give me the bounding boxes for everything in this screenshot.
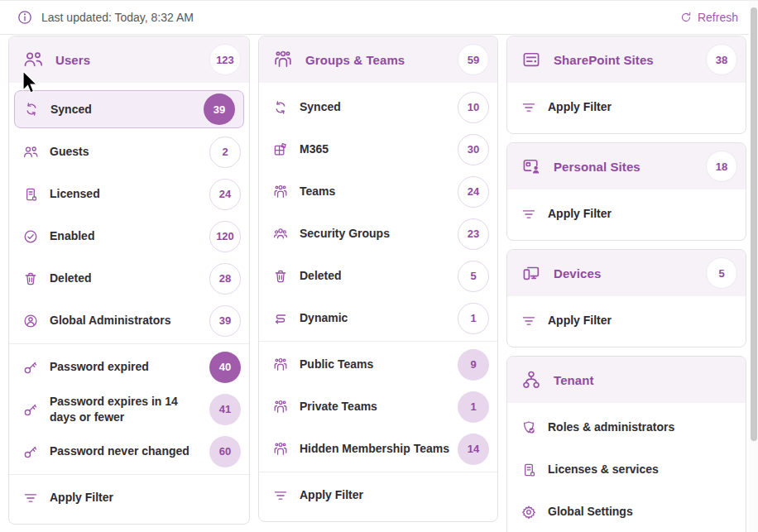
item-label: Licensed	[50, 186, 209, 201]
apply-filter-button[interactable]: Apply Filter	[507, 300, 746, 342]
license-icon	[521, 462, 537, 478]
count-badge: 24	[209, 179, 241, 210]
count-badge: 5	[458, 261, 489, 292]
filter-icon	[272, 487, 289, 504]
teams-icon	[272, 441, 289, 458]
item-deleted[interactable]: Deleted28	[9, 257, 249, 300]
item-enabled[interactable]: Enabled120	[9, 215, 249, 257]
item-global-administrators[interactable]: Global Administrators39	[9, 300, 249, 342]
item-guests[interactable]: Guests2	[9, 131, 249, 173]
key-icon	[22, 401, 39, 418]
sites-column: SharePoint Sites38Apply Filter Personal …	[506, 36, 746, 532]
divider	[259, 472, 497, 472]
filter-icon	[521, 313, 537, 329]
item-label: Roles & administrators	[548, 419, 737, 434]
count-badge: 18	[706, 151, 737, 182]
card-title: Personal Sites	[554, 160, 706, 174]
apply-filter-button[interactable]: Apply Filter	[259, 474, 497, 516]
item-label: Deleted	[300, 268, 458, 283]
roles-icon	[521, 419, 537, 436]
item-public-teams[interactable]: Public Teams9	[259, 343, 497, 386]
item-hidden-membership-teams[interactable]: Hidden Membership Teams14	[259, 428, 497, 470]
users-card-header[interactable]: Users123	[9, 36, 249, 83]
teams-icon	[272, 357, 289, 373]
item-password-expires-in-14-days-or-fewer[interactable]: Password expires in 14 days or fewer41	[9, 388, 249, 430]
item-global-settings[interactable]: Global Settings	[507, 491, 746, 532]
devices-card-header[interactable]: Devices5	[507, 250, 746, 296]
refresh-label: Refresh	[698, 11, 738, 24]
card-title: Devices	[554, 266, 706, 280]
users-column: Users123Synced39Guests2Licensed24Enabled…	[8, 36, 250, 525]
item-deleted[interactable]: Deleted5	[259, 255, 497, 297]
item-private-teams[interactable]: Private Teams1	[259, 386, 497, 428]
item-licenses-and-services[interactable]: Licenses & services	[507, 448, 746, 491]
users-card: Users123Synced39Guests2Licensed24Enabled…	[8, 36, 250, 525]
item-roles-and-administrators[interactable]: Roles & administrators	[507, 406, 746, 448]
filter-icon	[22, 490, 39, 506]
count-badge: 24	[458, 176, 489, 208]
item-label: Apply Filter	[548, 99, 737, 114]
item-label: Dynamic	[300, 310, 458, 325]
tenant-card-header[interactable]: Tenant	[507, 357, 746, 403]
guests-icon	[22, 144, 39, 161]
item-label: Guests	[50, 144, 209, 159]
divider	[9, 343, 249, 344]
card-body: Apply Filter	[507, 296, 746, 347]
item-label: Password expires in 14 days or fewer	[50, 394, 209, 424]
dynamic-icon	[272, 310, 289, 327]
item-label: Apply Filter	[300, 487, 489, 502]
apply-filter-button[interactable]: Apply Filter	[9, 477, 249, 519]
count-badge: 60	[209, 436, 241, 467]
license-icon	[22, 186, 39, 203]
groups-and-teams-card-header[interactable]: Groups & Teams59	[259, 36, 497, 83]
item-licensed[interactable]: Licensed24	[9, 173, 249, 215]
last-updated-text: Last updated: Today, 8:32 AM	[41, 11, 194, 24]
m365-icon	[272, 141, 289, 158]
refresh-icon	[679, 11, 693, 24]
scrollbar-thumb[interactable]	[751, 7, 757, 441]
count-badge: 10	[458, 92, 489, 123]
sharepoint-sites-card: SharePoint Sites38Apply Filter	[506, 36, 746, 134]
apply-filter-button[interactable]: Apply Filter	[507, 193, 746, 235]
refresh-button[interactable]: Refresh	[676, 9, 741, 26]
count-badge: 30	[458, 134, 489, 165]
tenant-card: TenantRoles & administratorsLicenses & s…	[506, 356, 746, 532]
count-badge: 28	[209, 263, 241, 295]
card-body: Roles & administratorsLicenses & service…	[507, 403, 746, 532]
item-dynamic[interactable]: Dynamic1	[259, 297, 497, 339]
count-badge: 123	[209, 44, 241, 75]
item-synced[interactable]: Synced10	[259, 86, 497, 128]
item-label: Private Teams	[300, 399, 458, 414]
count-badge: 23	[458, 218, 489, 250]
apply-filter-button[interactable]: Apply Filter	[507, 86, 746, 128]
devices-card: Devices5Apply Filter	[506, 249, 746, 347]
item-synced[interactable]: Synced39	[14, 90, 244, 128]
personal-sites-icon	[521, 156, 542, 177]
item-password-never-changed[interactable]: Password never changed60	[9, 430, 249, 472]
count-badge: 40	[209, 352, 241, 383]
groups-column: Groups & Teams59Synced10M36530Teams24Sec…	[258, 36, 498, 532]
divider	[259, 341, 497, 342]
users-icon	[22, 49, 44, 70]
filter-icon	[521, 99, 537, 116]
item-label: Security Groups	[300, 226, 458, 241]
count-badge: 39	[209, 305, 241, 337]
card-body: Synced39Guests2Licensed24Enabled120Delet…	[9, 83, 249, 524]
personal-sites-card-header[interactable]: Personal Sites18	[507, 143, 746, 189]
item-password-expired[interactable]: Password expired40	[9, 346, 249, 388]
item-security-groups[interactable]: Security Groups23	[259, 213, 497, 255]
filter-icon	[521, 206, 537, 223]
check-circle-icon	[22, 228, 39, 245]
dashboard-viewport: Last updated: Today, 8:32 AM Refresh Use…	[0, 0, 758, 532]
item-m365[interactable]: M36530	[259, 128, 497, 170]
item-label: Enabled	[50, 228, 209, 243]
item-label: Global Administrators	[50, 313, 209, 328]
item-label: Password never changed	[50, 443, 209, 458]
count-badge: 38	[706, 44, 737, 75]
info-icon[interactable]	[17, 9, 33, 26]
item-teams[interactable]: Teams24	[259, 170, 497, 213]
topbar: Last updated: Today, 8:32 AM Refresh	[0, 1, 758, 35]
item-label: Synced	[50, 102, 204, 117]
teams-icon	[272, 49, 294, 70]
sharepoint-sites-card-header[interactable]: SharePoint Sites38	[507, 36, 746, 83]
